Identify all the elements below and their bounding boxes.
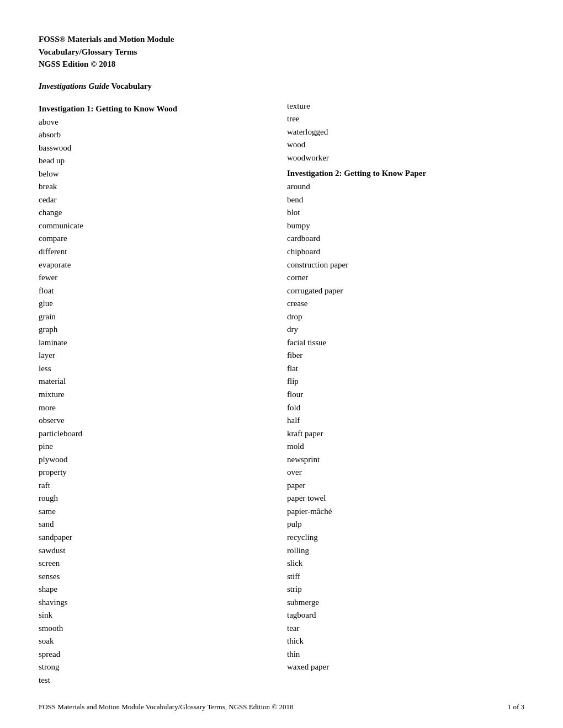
list-item: stiff [287, 570, 524, 584]
list-item: pulp [287, 518, 524, 531]
list-item: wood [287, 138, 524, 152]
list-item: sandpaper [39, 531, 270, 544]
list-item: break [39, 180, 270, 194]
list-item: raft [39, 479, 270, 493]
list-item: evaporate [39, 259, 270, 272]
list-item: thin [287, 648, 524, 661]
list-item: around [287, 180, 524, 194]
list-item: texture [287, 100, 524, 113]
list-item: drop [287, 311, 524, 324]
list-item: tear [287, 622, 524, 635]
list-item: paper towel [287, 492, 524, 505]
list-item: compare [39, 232, 270, 245]
list-item: papier-mâché [287, 505, 524, 518]
list-item: absorb [39, 129, 270, 142]
list-item: mold [287, 440, 524, 453]
list-item: glue [39, 297, 270, 311]
list-item: sawdust [39, 544, 270, 558]
list-item: layer [39, 349, 270, 362]
list-item: material [39, 375, 270, 388]
document-header: FOSS® Materials and Motion Module Vocabu… [39, 33, 524, 71]
list-item: shape [39, 583, 270, 596]
list-item: strong [39, 661, 270, 674]
list-item: more [39, 402, 270, 415]
list-item: submerge [287, 596, 524, 609]
list-item: sand [39, 518, 270, 531]
list-item: woodworker [287, 152, 524, 165]
footer-right: 1 of 3 [508, 703, 524, 711]
list-item: waxed paper [287, 661, 524, 674]
list-item: dry [287, 323, 524, 336]
header-line-3: NGSS Edition © 2018 [39, 58, 524, 71]
list-item: communicate [39, 220, 270, 233]
list-item: kraft paper [287, 427, 524, 441]
list-item: float [39, 285, 270, 298]
list-item: soak [39, 635, 270, 648]
list-item: corner [287, 271, 524, 285]
header-line-2: Vocabulary/Glossary Terms [39, 46, 524, 58]
section-subtitle: Investigations Guide Vocabulary [39, 82, 524, 91]
list-item: sink [39, 609, 270, 622]
investigation1-words-left: aboveabsorbbasswoodbead upbelowbreakceda… [39, 116, 270, 687]
footer-left: FOSS Materials and Motion Module Vocabul… [39, 703, 293, 711]
investigation2-title: Investigation 2: Getting to Know Paper [287, 169, 524, 178]
list-item: recycling [287, 531, 524, 544]
list-item: half [287, 414, 524, 427]
header-line-1: FOSS® Materials and Motion Module [39, 33, 524, 46]
list-item: construction paper [287, 259, 524, 272]
list-item: cardboard [287, 232, 524, 245]
list-item: slick [287, 557, 524, 570]
list-item: shavings [39, 596, 270, 609]
list-item: paper [287, 479, 524, 493]
list-item: bumpy [287, 220, 524, 233]
list-item: strip [287, 583, 524, 596]
list-item: over [287, 466, 524, 479]
list-item: crease [287, 297, 524, 311]
list-item: flip [287, 375, 524, 388]
list-item: tree [287, 113, 524, 126]
list-item: screen [39, 557, 270, 570]
list-item: rolling [287, 544, 524, 558]
list-item: mixture [39, 388, 270, 402]
list-item: pine [39, 440, 270, 453]
list-item: same [39, 505, 270, 518]
list-item: spread [39, 648, 270, 661]
list-item: newsprint [287, 453, 524, 467]
list-item: chipboard [287, 245, 524, 259]
investigation2-words: aroundbendblotbumpycardboardchipboardcon… [287, 180, 524, 674]
list-item: property [39, 466, 270, 479]
list-item: different [39, 245, 270, 259]
list-item: blot [287, 206, 524, 220]
list-item: rough [39, 492, 270, 505]
list-item: basswood [39, 142, 270, 155]
list-item: grain [39, 311, 270, 324]
list-item: smooth [39, 622, 270, 635]
list-item: waterlogged [287, 126, 524, 139]
list-item: cedar [39, 194, 270, 207]
list-item: plywood [39, 453, 270, 467]
list-item: bend [287, 194, 524, 207]
right-column: texturetreewaterloggedwoodwoodworker Inv… [282, 100, 524, 687]
list-item: less [39, 362, 270, 376]
list-item: senses [39, 570, 270, 584]
list-item: facial tissue [287, 336, 524, 350]
list-item: fiber [287, 349, 524, 362]
list-item: test [39, 674, 270, 687]
list-item: graph [39, 323, 270, 336]
list-item: bead up [39, 154, 270, 168]
list-item: observe [39, 414, 270, 427]
subtitle-italic: Investigations Guide [39, 82, 109, 90]
investigation1-words-right: texturetreewaterloggedwoodwoodworker [287, 100, 524, 165]
list-item: fold [287, 402, 524, 415]
list-item: flour [287, 388, 524, 402]
list-item: change [39, 206, 270, 220]
list-item: fewer [39, 271, 270, 285]
investigation1-title: Investigation 1: Getting to Know Wood [39, 104, 270, 114]
page-footer: FOSS Materials and Motion Module Vocabul… [39, 703, 524, 711]
list-item: particleboard [39, 427, 270, 441]
list-item: thick [287, 635, 524, 648]
main-content: Investigation 1: Getting to Know Wood ab… [39, 100, 524, 687]
list-item: above [39, 116, 270, 129]
list-item: laminate [39, 336, 270, 350]
list-item: tagboard [287, 609, 524, 622]
